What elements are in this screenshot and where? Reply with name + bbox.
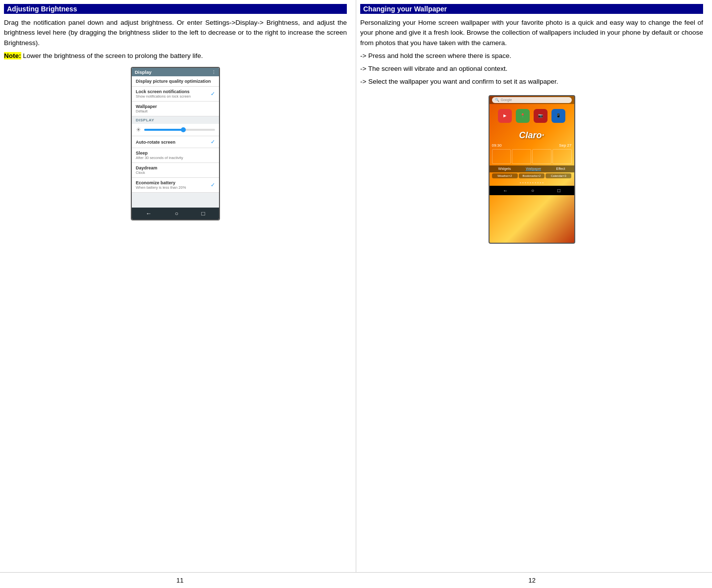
screen-item-sleep: Sleep After 30 seconds of inactivity: [132, 148, 219, 163]
wp-time: 09:30 Sep 27: [490, 143, 574, 148]
right-column: Changing your Wallpaper Personalizing yo…: [356, 0, 712, 572]
screen-item-lock: Lock screen notifications Show notificat…: [132, 87, 219, 102]
screen-header-title: Display: [135, 69, 152, 75]
wp-widgets-row: Weather×2 Bookmarks×2 Calendar×3: [490, 172, 574, 179]
wp-time-right: Sep 27: [559, 143, 571, 148]
header-icon: ⋮: [212, 70, 216, 75]
wp-nav-home: ○: [531, 188, 534, 193]
lock-checkmark: ✓: [211, 91, 215, 97]
right-step1: -> Press and hold the screen where there…: [360, 51, 703, 61]
screen-item-lock-title: Lock screen notifications: [136, 89, 191, 94]
nav-recent: □: [202, 210, 205, 217]
wp-widget-calendar: Calendar×3: [546, 173, 571, 178]
left-section-title: Adjusting Brightness: [4, 4, 347, 14]
wp-thumbnails: [490, 148, 574, 165]
right-step2: -> The screen will vibrate and an option…: [360, 64, 703, 74]
wp-widget-bookmarks: Bookmarks×2: [519, 173, 545, 178]
wp-icon-maps: 📍: [516, 109, 530, 123]
columns: Adjusting Brightness Drag the notificati…: [0, 0, 712, 572]
screen-item-economize: Economize battery When battery is less t…: [132, 178, 219, 193]
screen-item-dq-title: Display picture quality optimization: [136, 79, 211, 84]
screen-item-lock-sub: Show notifications on lock screen: [136, 94, 191, 99]
phone-screenshot: Display ⋮ Display picture quality optimi…: [131, 67, 220, 220]
right-step3: -> Select the wallpaper you want and con…: [360, 77, 703, 87]
wp-icon-camera: 📷: [534, 109, 548, 123]
page-container: Adjusting Brightness Drag the notificati…: [0, 0, 712, 588]
note-label: Note:: [4, 52, 21, 59]
wp-thumb-3: [532, 149, 551, 164]
wp-nav-back: ←: [503, 188, 508, 193]
display-screenshot-container: Display ⋮ Display picture quality optimi…: [4, 67, 347, 220]
screen-item-daydream-title: Daydream: [136, 165, 158, 170]
page-number-left: 11: [176, 577, 183, 584]
note-text: Lower the brightness of the screen to pr…: [23, 52, 203, 59]
wp-tab-widgets[interactable]: Widgets: [498, 167, 511, 171]
wp-icons-row: ▶ 📍 📷 📱: [490, 104, 574, 128]
nav-back: ←: [146, 210, 152, 217]
wp-search-bar: 🔍 Google: [492, 97, 572, 103]
screen-item-wallpaper-title: Wallpaper: [136, 104, 157, 109]
footer: 11 12: [0, 572, 712, 588]
brightness-icon: ☀: [136, 126, 141, 133]
screen-item-economize-sub: When battery is less than 20%: [136, 185, 186, 190]
wp-thumb-4: [552, 149, 572, 164]
screen-item-wallpaper-sub: Default: [136, 109, 157, 113]
screen-item-autorotate: Auto-rotate screen ✓: [132, 136, 219, 148]
wp-widget-weather: Weather×2: [492, 173, 518, 178]
screen-item-autorotate-title: Auto-rotate screen: [136, 140, 175, 145]
wp-nav-recent: □: [557, 188, 560, 193]
wp-tab-wallpaper[interactable]: Wallpaper: [526, 167, 541, 171]
screen-item-daydream: Daydream Clock: [132, 163, 219, 178]
wp-dots: • • • • • • • • • •: [490, 179, 574, 186]
left-note: Note: Lower the brightness of the screen…: [4, 51, 347, 61]
autorotate-checkmark: ✓: [211, 139, 215, 145]
wp-bottom-tabs: Widgets Wallpaper Effect: [490, 165, 574, 172]
wp-bottom-section: 09:30 Sep 27 Widgets: [490, 143, 574, 195]
screen-item-daydream-sub: Clock: [136, 170, 158, 175]
wp-thumb-2: [512, 149, 531, 164]
screen-item-economize-title: Economize battery: [136, 180, 186, 185]
wp-tab-effect[interactable]: Effect: [556, 167, 565, 171]
nav-home: ○: [175, 210, 178, 217]
wp-brand: Claro·: [490, 128, 574, 143]
screen-item-sleep-title: Sleep: [136, 151, 183, 156]
right-paragraph1: Personalizing your Home screen wallpaper…: [360, 18, 703, 48]
wallpaper-screenshot-container: 🔍 Google ▶ 📍 📷 📱 Claro·: [360, 95, 703, 244]
wp-thumb-1: [492, 149, 511, 164]
screen-nav: ← ○ □: [132, 208, 219, 219]
search-text: Google: [501, 98, 512, 102]
left-paragraph1: Drag the notification panel down and adj…: [4, 18, 347, 48]
wp-time-left: 09:30: [492, 143, 502, 148]
page-number-right: 12: [529, 577, 536, 584]
display-screen: Display ⋮ Display picture quality optimi…: [132, 68, 219, 219]
screen-item-wallpaper: Wallpaper Default: [132, 102, 219, 116]
screen-header: Display ⋮: [132, 68, 219, 76]
wp-top-bar: 🔍 Google: [490, 96, 574, 104]
search-icon: 🔍: [495, 98, 499, 102]
wp-nav: ← ○ □: [490, 186, 574, 195]
right-section-title: Changing your Wallpaper: [360, 4, 703, 14]
economize-checkmark: ✓: [211, 182, 215, 188]
wp-icon-app: 📱: [551, 109, 565, 123]
screen-item-dq: Display picture quality optimization: [132, 76, 219, 87]
brightness-thumb: [181, 127, 186, 132]
left-column: Adjusting Brightness Drag the notificati…: [0, 0, 356, 572]
brightness-fill: [144, 129, 183, 131]
brightness-slider[interactable]: [144, 129, 215, 131]
screen-section-label: DISPLAY: [132, 116, 219, 124]
wp-icon-play: ▶: [498, 109, 512, 123]
wallpaper-screenshot: 🔍 Google ▶ 📍 📷 📱 Claro·: [489, 95, 575, 244]
brightness-row: ☀: [132, 124, 219, 136]
screen-item-sleep-sub: After 30 seconds of inactivity: [136, 156, 183, 160]
